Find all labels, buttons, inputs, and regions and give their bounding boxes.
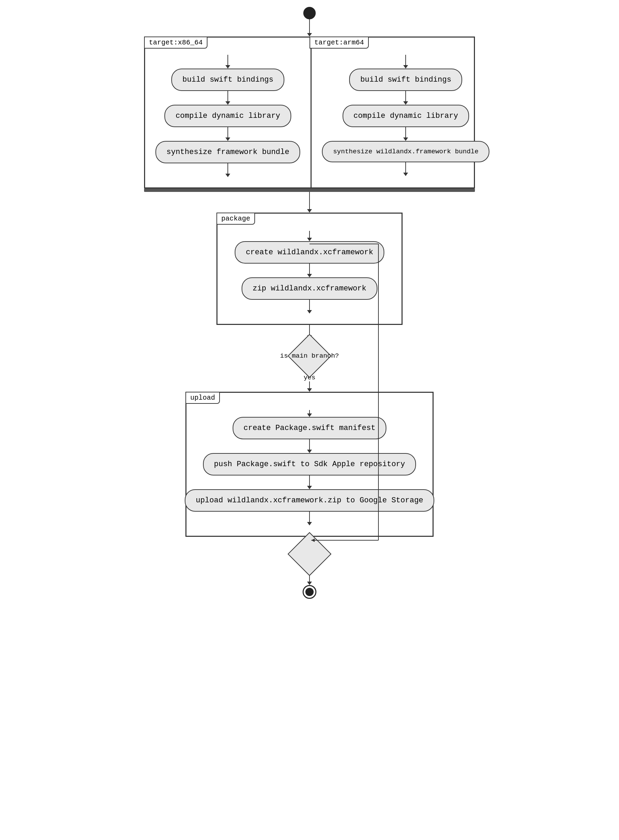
diagram-wrapper: target:x86_64 target:arm64 build swift b… [137,7,482,599]
upload-label: upload [185,392,220,404]
arrow-start [307,19,312,37]
arrow-left-1 [226,91,230,105]
start-circle [303,7,316,19]
node-upload-3: upload wildlandx.xcframework.zip to Goog… [185,489,434,512]
node-upload-1: create Package.swift manifest [233,417,387,439]
node-package-2: zip wildlandx.xcframework [242,278,377,300]
node-upload-2: push Package.swift to Sdk Apple reposito… [203,453,416,476]
arrow-right-2 [403,127,408,141]
arrow-yes [307,381,312,392]
arrow-right-1 [403,91,408,105]
lane-label-arm64: target:arm64 [310,37,369,49]
node-right-3: synthesize wildlandx.framework bundle [322,141,489,162]
arrow-upload-entry [307,410,312,417]
upload-container: upload create Package.swift manifest pus… [185,392,434,537]
arrow-upload-2 [307,476,312,489]
end-diamond-container [272,537,347,571]
node-left-3: synthesize framework bundle [155,141,300,163]
decision-label: is main branch? [280,352,339,360]
arrow-upload-3 [307,512,312,525]
decision-container: is main branch? [272,339,347,373]
end-circle [303,585,316,599]
node-right-2: compile dynamic library [342,105,469,127]
start-section [137,7,482,37]
package-container: package create wildlandx.xcframework zip… [217,213,402,325]
left-lane: build swift bindings compile dynamic lib… [145,37,312,187]
lane-label-x86: target:x86_64 [144,37,208,49]
node-left-1: build swift bindings [171,69,284,91]
arrow-right-3 [403,162,408,176]
node-left-2: compile dynamic library [164,105,291,127]
arrow-right-entry [403,55,408,69]
swim-lanes-container: target:x86_64 target:arm64 build swift b… [144,37,475,188]
arrow-left-2 [226,127,230,141]
arrow-package-2 [307,300,312,313]
arrow-after-separator [307,192,312,213]
arrow-left-3 [226,163,230,177]
end-circle-inner [305,588,314,596]
package-label: package [217,213,255,225]
separator-line [144,188,475,192]
node-package-1: create wildlandx.xcframework [235,241,384,264]
right-lane: build swift bindings compile dynamic lib… [312,37,500,187]
arrow-left-entry [226,55,230,69]
node-right-1: build swift bindings [349,69,462,91]
arrow-upload-1 [307,439,312,453]
diagram: target:x86_64 target:arm64 build swift b… [137,7,482,599]
end-diamond [287,532,331,576]
arrow-package-entry [307,231,312,241]
arrow-package-1 [307,264,312,278]
flow-after-separator: package create wildlandx.xcframework zip… [137,192,482,599]
